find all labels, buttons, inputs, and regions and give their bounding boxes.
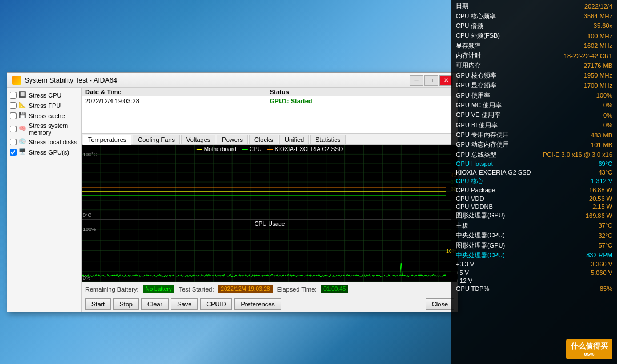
info-value-3: 100 MHz xyxy=(542,31,614,41)
tab-clocks[interactable]: Clocks xyxy=(249,135,278,144)
bottom-buttons: Start Stop Clear Save CPUID Preferences … xyxy=(82,296,458,312)
temp-chart-title: Motherboard CPU KIOXIA-EXCERIA G2 SSD xyxy=(197,146,343,152)
start-button[interactable]: Start xyxy=(85,298,111,310)
info-value-6: 27176 MB xyxy=(542,60,614,70)
info-label-1: CPU 核心频率 xyxy=(455,11,542,21)
info-value-27: 3.360 V xyxy=(542,260,614,268)
cpu-y-max: 100% xyxy=(83,227,96,232)
info-label-15: GPU 总线类型 xyxy=(455,150,542,160)
info-label-11: GPU VE 使用率 xyxy=(455,110,542,120)
tab-statistics[interactable]: Statistics xyxy=(310,135,346,144)
info-label-28: +5 V xyxy=(455,269,542,277)
main-area: Date & Time Status 2022/12/4 19:03:28 GP… xyxy=(82,88,458,312)
info-label-14: GPU 动态内存使用 xyxy=(455,140,542,149)
info-value-11: 0% xyxy=(542,110,614,120)
test-started-value: 2022/12/4 19:03:28 xyxy=(218,285,272,293)
watermark: 什么值得买 85% xyxy=(566,339,612,359)
info-label-18: CPU 核心 xyxy=(455,176,542,186)
preferences-button[interactable]: Preferences xyxy=(234,298,281,310)
legend-motherboard: Motherboard xyxy=(197,146,237,152)
sidebar-item-1[interactable]: 📐Stress FPU xyxy=(7,100,81,111)
sidebar-item-2[interactable]: 💾Stress cache xyxy=(7,111,81,121)
checkbox-2[interactable] xyxy=(10,112,17,119)
sidebar-item-5[interactable]: 🖥️Stress GPU(s) xyxy=(7,147,81,157)
info-label-5: 内存计时 xyxy=(455,51,542,60)
info-value-25: 57°C xyxy=(542,240,614,250)
info-value-29 xyxy=(542,277,614,285)
gpu-icon: 🖥️ xyxy=(19,148,27,156)
watermark-main: 什么值得买 xyxy=(571,342,608,350)
checkbox-3[interactable] xyxy=(10,126,17,132)
app-icon xyxy=(12,76,21,85)
info-value-22: 169.86 W xyxy=(542,211,614,220)
info-label-8: GPU 显存频率 xyxy=(455,80,542,90)
info-value-19: 16.88 W xyxy=(542,186,614,194)
checkbox-0[interactable] xyxy=(10,92,17,99)
sidebar-item-3[interactable]: 🧠Stress system memory xyxy=(7,121,81,137)
sidebar: 🔲Stress CPU📐Stress FPU💾Stress cache🧠Stre… xyxy=(7,88,82,312)
info-value-14: 101 MB xyxy=(542,140,614,149)
clear-button[interactable]: Clear xyxy=(141,298,169,310)
info-value-12: 0% xyxy=(542,120,614,130)
info-label-24: 中央处理器(CPU) xyxy=(455,230,542,240)
sidebar-item-0[interactable]: 🔲Stress CPU xyxy=(7,90,81,100)
elapsed-time-value: 01:00:45 xyxy=(321,285,348,293)
log-header: Date & Time Status xyxy=(82,88,458,96)
info-value-5: 18-22-22-42 CR1 xyxy=(542,51,614,60)
checkbox-1[interactable] xyxy=(10,102,17,109)
info-label-21: CPU VDDNB xyxy=(455,203,542,211)
tab-powers[interactable]: Powers xyxy=(217,135,248,144)
close-button[interactable]: Close xyxy=(426,298,454,310)
info-value-9: 100% xyxy=(542,90,614,100)
legend-ssd-label: KIOXIA-EXCERIA G2 SSD xyxy=(275,146,343,152)
checkbox-4[interactable] xyxy=(10,139,17,145)
info-label-7: GPU 核心频率 xyxy=(455,71,542,80)
tab-voltages[interactable]: Voltages xyxy=(181,135,215,144)
memory-icon: 🧠 xyxy=(19,125,27,133)
log-col-status: Status xyxy=(270,88,454,95)
log-status: GPU1: Started xyxy=(270,98,454,104)
sidebar-label-2: Stress cache xyxy=(29,112,65,119)
save-button[interactable]: Save xyxy=(171,298,198,310)
info-label-10: GPU MC 使用率 xyxy=(455,100,542,110)
sidebar-item-4[interactable]: 💿Stress local disks xyxy=(7,137,81,147)
info-label-16: GPU Hotspot xyxy=(455,160,542,168)
info-label-22: 图形处理器(GPU) xyxy=(455,211,542,220)
info-label-17: KIOXIA-EXCERIA G2 SSD xyxy=(455,168,542,176)
sidebar-label-4: Stress local disks xyxy=(29,139,77,145)
info-label-12: GPU BI 使用率 xyxy=(455,120,542,130)
sidebar-label-1: Stress FPU xyxy=(29,102,61,109)
right-info-panel: 日期2022/12/4CPU 核心频率3564 MHzCPU 倍频35.60xC… xyxy=(451,0,617,364)
legend-mb-label: Motherboard xyxy=(204,146,237,152)
info-value-17: 43°C xyxy=(542,168,614,176)
info-value-10: 0% xyxy=(542,100,614,110)
window-content: 🔲Stress CPU📐Stress FPU💾Stress cache🧠Stre… xyxy=(7,88,458,312)
info-value-18: 1.312 V xyxy=(542,176,614,186)
minimize-button[interactable]: ─ xyxy=(410,75,423,86)
info-value-28: 5.060 V xyxy=(542,269,614,277)
checkbox-5[interactable] xyxy=(10,149,17,156)
info-label-13: GPU 专用内存使用 xyxy=(455,130,542,140)
stop-button[interactable]: Stop xyxy=(113,298,139,310)
info-value-20: 20.56 W xyxy=(542,195,614,203)
temp-y-min: 0°C xyxy=(83,212,97,218)
info-value-30: 85% xyxy=(542,285,614,293)
tab-temperatures[interactable]: Temperatures xyxy=(83,135,131,145)
cpu-usage-chart: CPU Usage 100% 0% 10% xyxy=(82,220,458,282)
info-value-21: 2.15 W xyxy=(542,203,614,211)
status-bar: Remaining Battery: No battery Test Start… xyxy=(82,282,458,296)
cpu-y-min: 0% xyxy=(83,275,96,281)
cpuid-button[interactable]: CPUID xyxy=(200,298,232,310)
tab-unified[interactable]: Unified xyxy=(279,135,309,144)
legend-ssd-color xyxy=(267,149,273,150)
charts-area: Motherboard CPU KIOXIA-EXCERIA G2 SSD 10… xyxy=(82,145,458,282)
info-label-23: 主板 xyxy=(455,221,542,230)
tabs-bar: TemperaturesCooling FansVoltagesPowersCl… xyxy=(82,134,458,145)
info-value-1: 3564 MHz xyxy=(542,11,614,21)
legend-cpu-usage: CPU Usage xyxy=(255,221,285,227)
info-table: 日期2022/12/4CPU 核心频率3564 MHzCPU 倍频35.60xC… xyxy=(455,1,614,293)
test-started-label: Test Started: xyxy=(179,286,214,293)
maximize-button[interactable]: □ xyxy=(424,75,438,86)
info-label-3: CPU 外频(FSB) xyxy=(455,31,542,41)
tab-cooling-fans[interactable]: Cooling Fans xyxy=(133,135,180,144)
